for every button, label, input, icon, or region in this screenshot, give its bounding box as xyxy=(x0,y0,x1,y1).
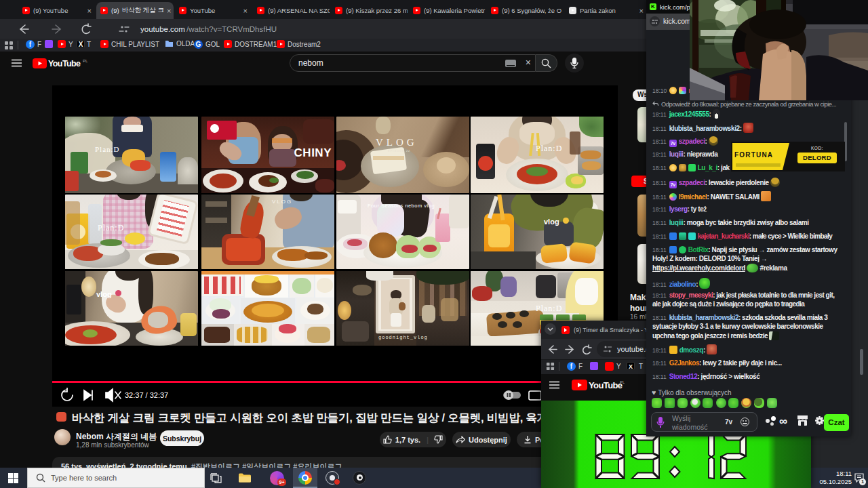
svg-text:PL: PL xyxy=(83,59,88,63)
svg-text:PL: PL xyxy=(620,380,625,384)
svg-text:youtube.com: youtube.com xyxy=(140,25,185,33)
svg-text:32:37 / 32:37: 32:37 / 32:37 xyxy=(125,391,168,399)
svg-text:/watch?v=TCRVmDhsfHU: /watch?v=TCRVmDhsfHU xyxy=(186,25,277,33)
svg-text:YouTube: YouTube xyxy=(589,380,623,390)
svg-text:YouTube: YouTube xyxy=(48,59,81,68)
